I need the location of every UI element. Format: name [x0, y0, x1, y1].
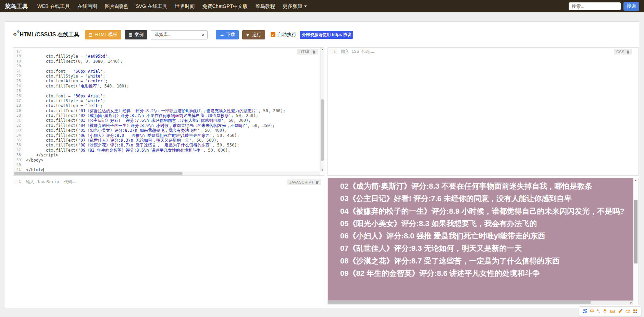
microphone-icon[interactable] [603, 309, 607, 314]
trash-icon[interactable] [626, 50, 630, 54]
code-line[interactable]: 19 ctx.fillRect(0, 0, 1080, 1440); [13, 59, 324, 64]
gamepad-icon[interactable] [626, 309, 630, 314]
html-editor-hscrollbar[interactable] [13, 172, 320, 175]
code-line[interactable]: 17 [13, 49, 324, 54]
autorun-label: 自动执行 [277, 32, 296, 38]
template-icon: ▤ [89, 33, 92, 37]
js-panel-tag: JAVASCRIPT [287, 179, 321, 185]
sogou-logo[interactable]: S [583, 307, 587, 315]
vscroll-thumb[interactable] [321, 99, 324, 161]
code-text: ctx.fillText('04《被嫌弃的松子的一生》评分:8.9\n 小时候，… [23, 123, 275, 128]
top-navbar: 菜鸟工具 WEB 在线工具在线画图图片&颜色SVG 在线工具世界时间免费Chat… [0, 0, 644, 12]
line-number: 28 [13, 103, 23, 108]
trash-icon[interactable] [312, 50, 315, 54]
code-line[interactable]: 29 ctx.fillText('01《穿普拉达的女王》经典 评分:8.2\n … [13, 108, 324, 113]
code-line[interactable]: 23 ctx.textAlign = 'center'; [13, 79, 324, 83]
code-line[interactable]: 28 ctx.textAlign = 'left'; [13, 103, 324, 108]
code-line[interactable]: 26 ctx.font = '30px Arial'; [13, 94, 324, 98]
code-line[interactable]: 22 ctx.fillStyle = 'white'; [13, 74, 324, 79]
keyboard-icon[interactable] [610, 309, 615, 314]
css-editor-panel[interactable]: CSS 1 输入 CSS 代码…… [327, 47, 639, 176]
nav-item[interactable]: 免费ChatGPT中文版 [202, 3, 248, 10]
vscroll-thumb[interactable] [634, 200, 637, 263]
code-line[interactable]: 39</body> [13, 158, 324, 163]
run-button[interactable]: ► 运行 [242, 30, 265, 39]
library-select[interactable]: 选择库... ∨ [151, 30, 208, 39]
list-icon: ▦ [128, 33, 132, 37]
code-line[interactable]: 33 ctx.fillText('05《阳光小美女》评分:8.3\n 如果我想要… [13, 128, 324, 133]
navbar-search: 搜索 [569, 2, 639, 11]
line-number: 27 [13, 98, 23, 103]
line-number: 40 [13, 163, 23, 167]
code-line[interactable]: 21 ctx.font = '60px Arial'; [13, 69, 324, 74]
html-code-lines[interactable]: 1718 ctx.fillStyle = '#a095bd';19 ctx.fi… [13, 48, 324, 173]
scroll-up-arrow-icon[interactable]: ▲ [321, 48, 324, 50]
code-line[interactable]: 18 ctx.fillStyle = '#a095bd'; [13, 54, 324, 59]
toolbar: ⚙⚙ HTML/CSS/JS 在线工具 ▤ HTML 模板 ▦ 案例 选择库..… [13, 30, 353, 39]
code-line[interactable]: 31 ctx.fillText('03《公主日记》好看! 评分:7.6\n 未经… [13, 118, 324, 123]
example-button[interactable]: ▦ 案例 [125, 30, 147, 39]
code-line[interactable]: 27 ctx.fillStyle = 'white'; [13, 98, 324, 103]
nav-item[interactable]: 更多频道 [283, 3, 307, 10]
code-line[interactable]: 32 ctx.fillText('04《被嫌弃的松子的一生》评分:8.9\n 小… [13, 123, 324, 128]
html-editor-panel[interactable]: HTML 1718 ctx.fillStyle = '#a095bd';19 c… [13, 47, 324, 176]
code-line[interactable]: 20 [13, 64, 324, 69]
code-line[interactable]: 40 [13, 163, 324, 167]
js-editor-panel[interactable]: JAVASCRIPT 1 输入 JavaScript 代码…… [13, 178, 324, 305]
nav-item[interactable]: 图片&颜色 [105, 3, 128, 10]
download-button[interactable]: ☁ 下载 [216, 30, 239, 39]
code-line[interactable]: 30 ctx.fillText('02《成为简·奥斯汀》评分:8.3\n 不要在… [13, 113, 324, 118]
preview-vscrollbar[interactable]: ▲ [633, 178, 638, 301]
preview-text-line: 07《乱世佳人》评分:9.3 无论如何，明天又是新的一天 [328, 242, 633, 255]
https-notice-badge: 外部资源请使用 https 协议 [300, 31, 353, 39]
code-line[interactable]: 25 [13, 89, 324, 93]
hscroll-thumb[interactable] [328, 301, 591, 304]
code-line[interactable]: 38 </script> [13, 153, 324, 157]
code-line[interactable]: 37 ctx.fillText('09《82 年生的金智英》评分:8.6\n 讲… [13, 148, 324, 153]
preview-text-line: 05《阳光小美女》评分:8.3 如果我想要飞，我会有办法飞的 [328, 218, 633, 230]
code-text: ctx.fillStyle = '#a095bd'; [23, 54, 110, 59]
html-template-button[interactable]: ▤ HTML 模板 [85, 30, 121, 39]
js-editor-placeholder[interactable]: 输入 JavaScript 代码…… [23, 179, 77, 184]
line-number: 35 [13, 138, 23, 143]
line-number: 29 [13, 108, 23, 113]
line-number: 21 [13, 69, 23, 74]
scroll-right-arrow-icon[interactable]: ► [630, 301, 633, 304]
nav-item[interactable]: WEB 在线工具 [37, 3, 70, 10]
skin-icon[interactable] [618, 309, 623, 314]
code-line[interactable]: 24 ctx.fillText('电影推荐', 540, 100); [13, 84, 324, 89]
page: 菜鸟工具 WEB 在线工具在线画图图片&颜色SVG 在线工具世界时间免费Chat… [0, 0, 644, 317]
code-text: </script> [23, 153, 58, 157]
nav-item[interactable]: 世界时间 [175, 3, 195, 10]
nav-item[interactable]: 菜鸟教程 [255, 3, 275, 10]
nav-item[interactable]: 在线画图 [77, 3, 97, 10]
navbar-menu: WEB 在线工具在线画图图片&颜色SVG 在线工具世界时间免费ChatGPT中文… [34, 3, 311, 10]
code-line[interactable]: 34 ctx.fillText('06《小妇人》评分:8.0 强推\n 爱是我们… [13, 133, 324, 138]
cloud-download-icon: ☁ [220, 33, 224, 37]
scroll-down-arrow-icon[interactable]: ▼ [321, 169, 324, 171]
autorun-checkbox[interactable]: ✓ [271, 32, 275, 37]
code-line[interactable]: 35 ctx.fillText('07《乱世佳人》评分:9.3\n 无论如何，明… [13, 138, 324, 143]
page-title: ⚙⚙ HTML/CSS/JS 在线工具 [13, 31, 79, 38]
grid-icon[interactable] [633, 309, 637, 314]
scroll-up-arrow-icon[interactable]: ▲ [633, 179, 638, 182]
line-number: 23 [13, 79, 23, 83]
code-text: ctx.fillText('01《穿普拉达的女王》经典 评分:8.2\n 一部职… [23, 108, 285, 113]
hscroll-thumb[interactable] [14, 172, 183, 175]
html-editor-vscrollbar[interactable]: ▲ ▼ [320, 48, 324, 172]
code-text: ctx.fillText('03《公主日记》好看! 评分:7.6\n 未经你的同… [23, 118, 251, 123]
trash-icon[interactable] [315, 180, 319, 184]
preview-hscrollbar[interactable]: ► [328, 301, 633, 305]
scrollbar-corner [633, 301, 638, 305]
css-editor-placeholder[interactable]: 输入 CSS 代码…… [338, 49, 375, 54]
gear-icon: ⚙⚙ [13, 32, 17, 38]
code-text [23, 163, 26, 167]
nav-item[interactable]: SVG 在线工具 [136, 3, 168, 10]
search-button[interactable]: 搜索 [623, 2, 639, 11]
site-logo[interactable]: 菜鸟工具 [5, 2, 28, 10]
line-number: 31 [13, 118, 23, 123]
chinese-mode-icon[interactable]: 中 [590, 308, 594, 314]
search-input[interactable] [569, 2, 621, 10]
code-line[interactable]: 36 ctx.fillText('08《沙漠之花》评分:8.7\n 受了这些苦，… [13, 143, 324, 148]
punctuation-icon[interactable]: °, [597, 309, 600, 314]
